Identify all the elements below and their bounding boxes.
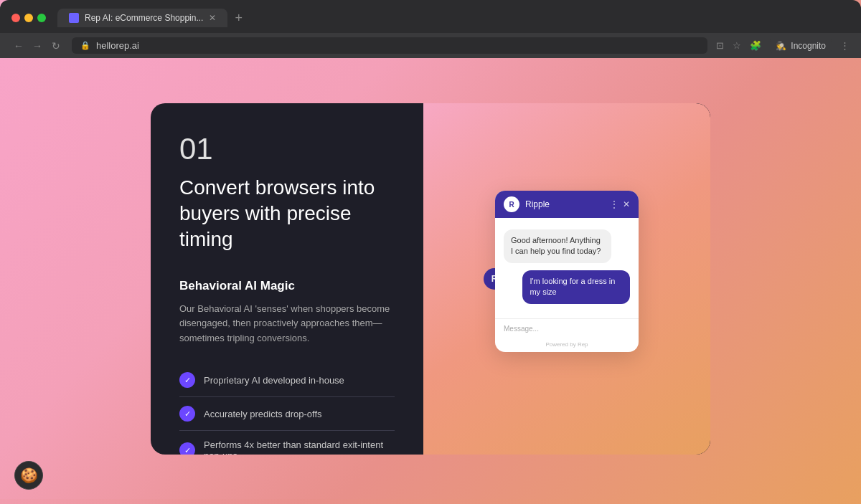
nav-buttons: ← → ↻ [11,40,63,52]
list-item: ✓ Accurately predicts drop-offs [179,397,395,431]
chat-footer: Powered by Rep [495,338,639,352]
check-icon: ✓ [179,442,195,454]
chat-input-area[interactable]: Message... [495,318,639,338]
heading-line1: Convert browsers into [179,176,375,199]
cookie-badge[interactable]: 🍪 [14,461,43,490]
left-panel: 01 Convert browsers into buyers with pre… [151,103,423,455]
feature-description: Our Behavioral AI 'senses' when shoppers… [179,302,395,346]
menu-button[interactable]: ⋮ [840,40,850,51]
feature-title: Behavioral AI Magic [179,279,395,293]
minimize-window-button[interactable] [24,14,33,22]
refresh-button[interactable]: ↻ [49,40,63,52]
page-content: 01 Convert browsers into buyers with pre… [0,58,861,499]
main-card: 01 Convert browsers into buyers with pre… [151,103,710,455]
title-bar: Rep AI: eCommerce Shoppin... ✕ + [0,0,861,33]
lock-icon: 🔒 [80,41,90,50]
traffic-lights [11,14,46,22]
chat-title: Ripple [525,199,604,209]
right-panel: R R Ripple ⋮ ✕ Good afternoon! Any [423,103,710,455]
active-tab[interactable]: Rep AI: eCommerce Shoppin... ✕ [57,9,227,27]
forward-button[interactable]: → [30,40,44,52]
check-icon: ✓ [179,406,195,422]
feature-list: ✓ Proprietary AI developed in-house ✓ Ac… [179,363,395,454]
url-bar[interactable]: 🔒 hellorep.ai [72,37,707,54]
chat-widget[interactable]: R Ripple ⋮ ✕ Good afternoon! Anything I … [495,191,639,352]
address-bar: ← → ↻ 🔒 hellorep.ai ⊡ ☆ 🧩 🕵 Incognito ⋮ [0,33,861,58]
chat-body: Good afternoon! Anything I can help you … [495,218,639,318]
main-heading: Convert browsers into buyers with precis… [179,175,395,253]
browser-chrome: Rep AI: eCommerce Shoppin... ✕ + ← → ↻ 🔒… [0,0,861,58]
new-tab-button[interactable]: + [229,11,248,26]
check-icon: ✓ [179,372,195,388]
chat-header-icons: ⋮ ✕ [610,199,630,209]
cookie-icon: 🍪 [20,467,38,484]
tab-favicon [69,13,79,23]
chat-widget-wrapper: R R Ripple ⋮ ✕ Good afternoon! Any [495,205,639,352]
chat-header: R Ripple ⋮ ✕ [495,191,639,218]
outgoing-message: I'm looking for a dress in my size [522,270,630,304]
url-text: hellorep.ai [96,40,139,51]
incognito-label: Incognito [791,41,826,51]
cast-icon[interactable]: ⊡ [716,40,724,51]
close-window-button[interactable] [11,14,20,22]
heading-line2: buyers with precise timing [179,202,352,250]
tab-close-button[interactable]: ✕ [209,13,216,23]
tab-title: Rep AI: eCommerce Shoppin... [85,13,203,23]
extension-icon[interactable]: 🧩 [750,40,761,51]
feature-item-label: Accurately predicts drop-offs [204,409,322,419]
tab-bar: Rep AI: eCommerce Shoppin... ✕ + [57,9,248,27]
incognito-badge: 🕵 Incognito [770,39,832,53]
chat-input-placeholder[interactable]: Message... [504,325,630,333]
bookmark-icon[interactable]: ☆ [733,40,741,51]
list-item: ✓ Proprietary AI developed in-house [179,363,395,397]
chat-close-icon[interactable]: ✕ [623,199,630,209]
back-button[interactable]: ← [11,40,26,52]
chat-options-icon[interactable]: ⋮ [610,199,618,209]
toolbar-right: ⊡ ☆ 🧩 🕵 Incognito ⋮ [716,39,850,53]
chat-avatar: R [504,196,519,212]
incognito-icon: 🕵 [776,41,786,51]
step-number: 01 [179,132,395,166]
feature-item-label: Performs 4x better than standard exit-in… [204,439,395,454]
maximize-window-button[interactable] [37,14,46,22]
list-item: ✓ Performs 4x better than standard exit-… [179,431,395,454]
feature-item-label: Proprietary AI developed in-house [204,375,344,386]
incoming-message: Good afternoon! Anything I can help you … [504,229,611,263]
